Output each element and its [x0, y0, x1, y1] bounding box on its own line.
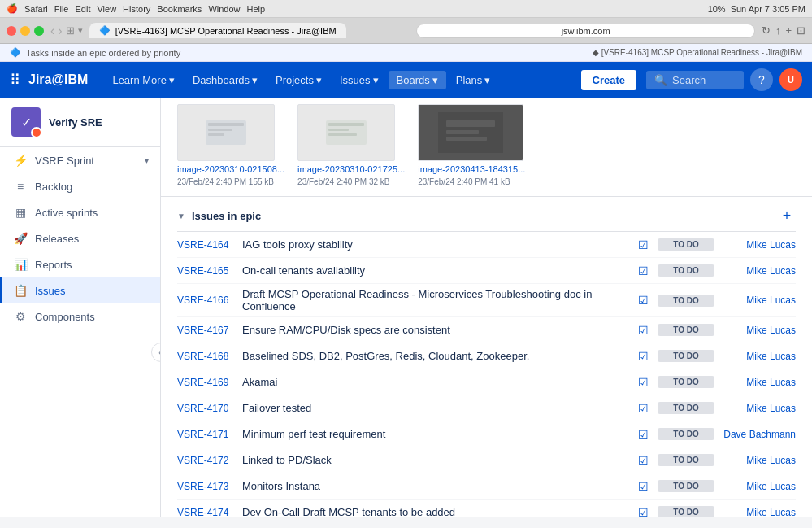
issue-row: VSRE-4174 Dev On-Call Draft MCSP tenants…	[177, 500, 796, 517]
maximize-button[interactable]	[34, 26, 44, 36]
issue-assignee[interactable]: Mike Lucas	[714, 325, 796, 336]
issue-checkbox[interactable]: ☑	[638, 454, 658, 467]
back-icon[interactable]: ‹	[50, 24, 54, 38]
share-icon[interactable]: ↑	[775, 24, 781, 37]
issue-checkbox[interactable]: ☑	[638, 350, 658, 363]
issue-checkbox[interactable]: ☑	[638, 402, 658, 415]
sidebar-item-vsre-sprint[interactable]: ⚡ VSRE Sprint ▾	[0, 147, 160, 173]
svg-rect-9	[446, 120, 495, 127]
file-menu[interactable]: File	[54, 4, 69, 14]
thumbnail-1	[177, 104, 275, 161]
sidebar-item-releases[interactable]: 🚀 Releases	[0, 225, 160, 251]
new-tab-icon[interactable]: +	[785, 24, 792, 37]
reload-icon[interactable]: ↻	[762, 24, 771, 37]
sidebar-item-components[interactable]: ⚙ Components	[0, 303, 160, 329]
tab-switcher-icon[interactable]: ⊞	[66, 24, 75, 37]
edit-menu[interactable]: Edit	[75, 4, 90, 14]
search-icon: 🔍	[654, 74, 667, 86]
issue-assignee[interactable]: Mike Lucas	[714, 403, 796, 414]
tab-indicator: ◆ [VSRE-4163] MCSP Operational Readiness…	[593, 48, 802, 57]
sidebar-item-label: Reports	[35, 259, 72, 271]
image-name-2[interactable]: image-20230310-021725...	[297, 164, 405, 174]
search-label: Search	[672, 74, 706, 86]
issue-checkbox[interactable]: ☑	[638, 480, 658, 493]
issue-key[interactable]: VSRE-4167	[177, 325, 242, 336]
image-name-1[interactable]: image-20230310-021508...	[177, 164, 284, 174]
sidebar-item-issues[interactable]: 📋 Issues	[0, 277, 160, 303]
nav-issues[interactable]: Issues ▾	[332, 71, 387, 89]
issue-key[interactable]: VSRE-4172	[177, 455, 242, 466]
issue-assignee[interactable]: Dave Bachmann	[714, 429, 796, 440]
issue-checkbox[interactable]: ☑	[638, 376, 658, 389]
window-menu[interactable]: Window	[208, 4, 240, 14]
issue-key[interactable]: VSRE-4164	[177, 239, 242, 251]
issue-checkbox[interactable]: ☑	[638, 238, 658, 251]
image-meta-1: 23/Feb/24 2:40 PM 155 kB	[177, 177, 284, 186]
minimize-button[interactable]	[20, 26, 30, 36]
issue-assignee[interactable]: Mike Lucas	[714, 351, 796, 362]
search-box[interactable]: 🔍 Search	[646, 71, 744, 89]
sidebar-collapse-button[interactable]: «	[151, 343, 161, 362]
issue-row: VSRE-4169 Akamai ☑ TO DO Mike Lucas	[177, 369, 796, 395]
help-menu[interactable]: Help	[247, 4, 266, 14]
nav-plans[interactable]: Plans ▾	[448, 71, 499, 89]
issue-summary: Akamai	[242, 376, 638, 388]
issue-row: VSRE-4164 IAG tools proxy stability ☑ TO…	[177, 232, 796, 258]
address-bar[interactable]: jsw.ibm.com	[416, 24, 755, 38]
chevron-down-icon[interactable]: ▾	[78, 25, 83, 36]
issue-key[interactable]: VSRE-4174	[177, 507, 242, 517]
help-button[interactable]: ?	[750, 68, 773, 91]
view-menu[interactable]: View	[97, 4, 116, 14]
issue-checkbox[interactable]: ☑	[638, 324, 658, 337]
issue-key[interactable]: VSRE-4173	[177, 481, 242, 492]
issue-assignee[interactable]: Mike Lucas	[714, 295, 796, 306]
issue-assignee[interactable]: Mike Lucas	[714, 507, 796, 517]
issue-assignee[interactable]: Mike Lucas	[714, 481, 796, 492]
user-avatar[interactable]: U	[779, 68, 802, 91]
safari-menu[interactable]: Safari	[24, 4, 48, 14]
create-button[interactable]: Create	[581, 70, 636, 90]
issue-assignee[interactable]: Mike Lucas	[714, 239, 796, 251]
thumbnail-2	[297, 104, 395, 161]
nav-projects[interactable]: Projects ▾	[267, 71, 330, 89]
sidebar-item-reports[interactable]: 📊 Reports	[0, 251, 160, 277]
issue-checkbox[interactable]: ☑	[638, 264, 658, 277]
issue-status: TO DO	[658, 506, 714, 517]
issue-key[interactable]: VSRE-4169	[177, 377, 242, 388]
issue-assignee[interactable]: Mike Lucas	[714, 377, 796, 388]
sidebar-item-label: Backlog	[35, 181, 72, 193]
forward-icon[interactable]: ›	[58, 24, 62, 38]
issue-assignee[interactable]: Mike Lucas	[714, 455, 796, 466]
issue-key[interactable]: VSRE-4170	[177, 403, 242, 414]
issue-key[interactable]: VSRE-4171	[177, 429, 242, 440]
issue-summary: Minimum perf test requirement	[242, 428, 638, 440]
sidebar-toggle-icon[interactable]: ⊡	[797, 24, 805, 37]
sidebar-item-active-sprints[interactable]: ▦ Active sprints	[0, 199, 160, 225]
nav-learn-more[interactable]: Learn More ▾	[104, 71, 182, 89]
add-issue-button[interactable]: +	[778, 207, 796, 225]
issue-key[interactable]: VSRE-4166	[177, 295, 242, 306]
expand-icon: ▾	[145, 156, 149, 165]
apps-grid-icon[interactable]: ⠿	[10, 71, 20, 89]
bookmarks-menu[interactable]: Bookmarks	[157, 4, 202, 14]
issue-checkbox[interactable]: ☑	[638, 428, 658, 441]
nav-dashboards[interactable]: Dashboards ▾	[185, 71, 266, 89]
image-name-3[interactable]: image-20230413-184315...	[418, 164, 525, 174]
browser-tab-bar: 🔷 [VSRE-4163] MCSP Operational Readiness…	[89, 23, 410, 38]
issue-key[interactable]: VSRE-4168	[177, 351, 242, 362]
issue-checkbox[interactable]: ☑	[638, 294, 658, 307]
image-thumb-3: image-20230413-184315... 23/Feb/24 2:40 …	[418, 104, 525, 186]
sidebar-item-label: Issues	[35, 285, 66, 297]
issue-key[interactable]: VSRE-4165	[177, 265, 242, 277]
browser-tab[interactable]: 🔷 [VSRE-4163] MCSP Operational Readiness…	[89, 23, 346, 38]
issue-checkbox[interactable]: ☑	[638, 506, 658, 517]
nav-boards[interactable]: Boards ▾	[389, 71, 446, 89]
history-menu[interactable]: History	[123, 4, 150, 14]
issue-assignee[interactable]: Mike Lucas	[714, 265, 796, 277]
issues-header-title[interactable]: ▼ Issues in epic	[177, 210, 261, 222]
browser-controls: ‹ › ⊞ ▾	[50, 24, 83, 38]
image-thumb-1: image-20230310-021508... 23/Feb/24 2:40 …	[177, 104, 284, 186]
sidebar-item-backlog[interactable]: ≡ Backlog	[0, 173, 160, 199]
issue-status: TO DO	[658, 454, 714, 466]
close-button[interactable]	[7, 26, 16, 36]
